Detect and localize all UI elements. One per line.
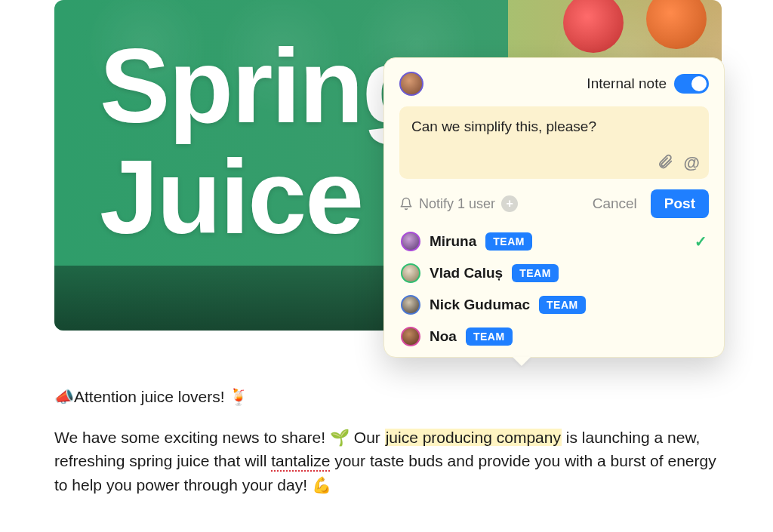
comment-popover: Internal note Can we simplify this, plea…	[383, 57, 725, 358]
hero-title-line2: Juice	[100, 137, 362, 256]
user-name: Nick Gudumac	[430, 297, 530, 313]
cancel-button[interactable]: Cancel	[593, 195, 637, 212]
user-list-item[interactable]: Nick GudumacTEAM	[401, 295, 707, 315]
user-avatar	[401, 232, 420, 251]
spellcheck-word[interactable]: tantalize	[271, 452, 330, 472]
note-tools: @	[657, 153, 700, 173]
post-button[interactable]: Post	[651, 189, 709, 218]
user-avatar	[401, 263, 420, 283]
button-row: Cancel Post	[593, 189, 709, 218]
add-notify-user-button[interactable]: +	[501, 195, 518, 212]
user-avatar	[401, 327, 420, 346]
popover-actions: Notify 1 user + Cancel Post	[399, 189, 709, 218]
fruit-decor	[563, 0, 624, 53]
drink-emoji: 🍹	[229, 388, 248, 405]
notify-user-list: MirunaTEAM✓Vlad CalușTEAMNick GudumacTEA…	[399, 229, 709, 351]
team-badge: TEAM	[485, 232, 532, 251]
note-input[interactable]: Can we simplify this, please? @	[399, 106, 709, 179]
user-avatar	[401, 295, 420, 315]
internal-note-control: Internal note	[587, 74, 709, 94]
user-name: Miruna	[430, 233, 476, 250]
check-icon: ✓	[694, 232, 707, 251]
popover-header: Internal note	[399, 72, 709, 96]
bell-icon	[399, 197, 413, 211]
post-line-1: 📣Attention juice lovers! 🍹	[54, 385, 722, 409]
attachment-icon[interactable]	[657, 153, 673, 173]
notify-control[interactable]: Notify 1 user +	[399, 195, 518, 212]
team-badge: TEAM	[466, 328, 513, 346]
attention-text: 📣Attention juice lovers!	[54, 388, 229, 405]
hero-title-line1: Spring	[100, 26, 425, 145]
user-list-item[interactable]: Vlad CalușTEAM	[401, 263, 707, 283]
team-badge: TEAM	[539, 296, 586, 314]
team-badge: TEAM	[512, 264, 559, 282]
internal-note-toggle[interactable]	[674, 74, 709, 94]
post-text: We have some exciting news to share! 🌱 O…	[54, 429, 385, 446]
mention-icon[interactable]: @	[684, 153, 700, 173]
post-body[interactable]: 📣Attention juice lovers! 🍹 We have some …	[54, 385, 722, 513]
hero-title: Spring Juice	[100, 30, 425, 252]
user-list-item[interactable]: NoaTEAM	[401, 327, 707, 346]
internal-note-label: Internal note	[587, 75, 667, 92]
author-avatar[interactable]	[399, 72, 423, 96]
post-line-2: We have some exciting news to share! 🌱 O…	[54, 426, 722, 497]
user-name: Vlad Caluș	[430, 265, 503, 281]
fruit-decor	[646, 0, 707, 49]
notify-label: Notify 1 user	[419, 196, 495, 212]
user-list-item[interactable]: MirunaTEAM✓	[401, 232, 707, 251]
note-text[interactable]: Can we simplify this, please?	[411, 118, 697, 135]
commented-highlight[interactable]: juice producing company	[385, 429, 562, 446]
user-name: Noa	[430, 328, 457, 345]
